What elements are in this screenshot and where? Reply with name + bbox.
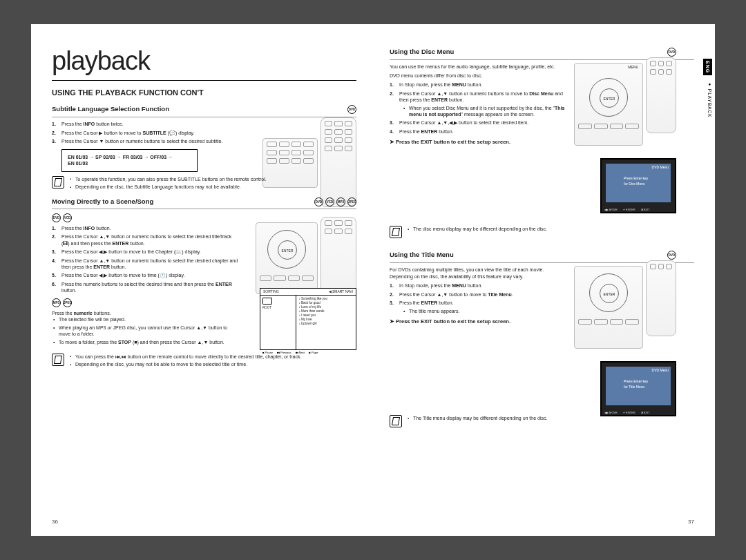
rule [52, 80, 356, 81]
page-number: 36 [52, 519, 58, 526]
note-icon [390, 415, 402, 427]
remote-illustration [646, 260, 676, 336]
bullet-item: To move a folder, press the STOP (■) and… [59, 339, 229, 345]
note-icon [52, 354, 64, 366]
file-pane: Something like youBack for goodLove of m… [296, 296, 356, 349]
enter-button-label: ENTER [600, 88, 619, 108]
sub-bullet: The title menu appears. [409, 308, 566, 314]
badge: DVD [314, 197, 323, 206]
sub-bullet: When you select Disc Menu and it is not … [409, 105, 566, 118]
badge-dvd: DVD [667, 251, 676, 260]
badge: MP3 [52, 298, 61, 307]
page-right: ENG ● PLAYBACK DVD Using the Disc Menu Y… [373, 24, 715, 536]
note-item: Depending on the disc, you may not be ab… [75, 361, 301, 367]
badge: VCD [63, 213, 72, 222]
remote-illustration [646, 57, 676, 133]
note-item: You can press the ⏮,⏭ button on the remo… [75, 354, 301, 360]
block-subtitle-function: DVD Subtitle Language Selection Function… [52, 105, 356, 191]
body-column: Press the INFO button.Press the Cursor ▲… [52, 225, 240, 294]
remote-illustration [321, 117, 356, 207]
panel-header-left: SORTING [263, 289, 279, 294]
thin-rule [52, 117, 356, 117]
badge-row: DVD VCD [52, 213, 356, 222]
step: Press the Cursor ▲,▼ button or numeric b… [61, 258, 240, 271]
subheading: Moving Directly to a Scene/Song [52, 197, 356, 206]
subheading: Using the Title Menu [390, 251, 694, 260]
note-icon [52, 176, 64, 189]
note-item: The Title menu display may be different … [413, 415, 547, 421]
media-badges: DVD [667, 251, 676, 260]
step: Press the ENTER button. [399, 128, 566, 135]
paragraph: You can use the menus for the audio lang… [390, 64, 566, 70]
exit-instruction: Press the EXIT button to exit the setup … [390, 139, 566, 146]
step: Press the numeric buttons to select the … [61, 281, 240, 294]
subheading: Using the Disc Menu [390, 48, 694, 57]
enter-button-label: ENTER [600, 284, 619, 303]
body-column: Press the INFO button twice. Press the C… [52, 121, 240, 171]
block-moving-scene: DVD VCD MP3 JPEG Moving Directly to a Sc… [52, 197, 356, 369]
step: Press the Cursor ▲,▼,◀,▶ button to selec… [399, 119, 566, 126]
step: Press the Cursor ◀,▶ button to move to t… [61, 272, 240, 278]
body-column: For DVDs containing multiple titles, you… [390, 267, 566, 325]
step: Press the INFO button twice. [61, 121, 240, 127]
footer-hint: ▶ Page [309, 351, 318, 354]
paragraph: DVD menu contents differ from disc to di… [390, 73, 566, 79]
subtitle-sequence-box: EN 01/03 SP 02/03 FR 03/03 OFF/03 EN 01/… [61, 149, 198, 172]
side-tab: ENG ● PLAYBACK [703, 59, 712, 120]
media-badges: DVD [347, 105, 356, 114]
remote-zoom-illustration [262, 138, 318, 188]
section-heading: USING THE PLAYBACK FUNCTION CON'T [52, 88, 356, 98]
chapter-title: playback [52, 44, 356, 79]
note-box: You can press the ⏮,⏭ button on the remo… [52, 354, 356, 369]
step: Press the ENTER button.The title menu ap… [399, 300, 566, 314]
folder-pane: ROOT [260, 296, 296, 349]
note-icon [390, 226, 402, 238]
remote-zoom-illustration: ENTER [256, 222, 318, 294]
block-title-menu: DVD Using the Title Menu For DVDs contai… [390, 251, 694, 430]
note-item: Depending on the disc, the Subtitle Lang… [75, 184, 267, 190]
page-left: playback USING THE PLAYBACK FUNCTION CON… [31, 24, 373, 536]
note-item: To operate this function, you can also p… [75, 176, 267, 182]
panel-header-right: ◀ SMART NAVI [329, 289, 353, 294]
step: Press the Cursor ▲,▼ button to move to T… [399, 291, 566, 298]
thin-rule [52, 209, 356, 209]
badge: JPEG [63, 298, 72, 307]
lang-tab: ENG [703, 59, 712, 75]
badge: VCD [325, 197, 334, 206]
step: Press the Cursor ▶ button to move to SUB… [61, 130, 240, 136]
step: Press the Cursor ◀,▶ button to move to t… [61, 249, 240, 255]
note-box: The disc menu display may be different d… [390, 226, 694, 238]
note-list: To operate this function, you can also p… [68, 176, 267, 192]
step: Press the INFO button. [61, 225, 240, 231]
page-number: 37 [688, 519, 694, 526]
step: In Stop mode, press the MENU button. [399, 282, 566, 289]
section-tab: ● PLAYBACK [703, 79, 712, 120]
note-list: You can press the ⏮,⏭ button on the remo… [68, 354, 301, 369]
paragraph: Press the numeric buttons. [52, 310, 229, 316]
manual-spread: playback USING THE PLAYBACK FUNCTION CON… [31, 24, 715, 536]
steps-list: In Stop mode, press the MENU button.Pres… [390, 81, 566, 135]
badge-dvd: DVD [667, 48, 676, 57]
badge: MP3 [336, 197, 345, 206]
body-column: You can use the menus for the audio lang… [390, 64, 566, 146]
steps-list: Press the INFO button.Press the Cursor ▲… [52, 225, 240, 294]
step: Press the Cursor ▲,▼ button or numeric b… [399, 90, 566, 118]
steps-list: Press the INFO button twice. Press the C… [52, 121, 240, 144]
paragraph: For DVDs containing multiple titles, you… [390, 267, 566, 280]
bullet-item: When playing an MP3 or JPEG disc, you ca… [59, 325, 229, 338]
subheading: Subtitle Language Selection Function [52, 105, 356, 114]
file-list-panel: SORTING ◀ SMART NAVI ROOT Something like… [260, 288, 356, 350]
note-list: The disc menu display may be different d… [406, 226, 547, 233]
step: Press the Cursor ▲,▼ button or numeric b… [61, 233, 240, 247]
badge: DVD [52, 213, 61, 222]
steps-list: In Stop mode, press the MENU button.Pres… [390, 282, 566, 314]
enter-button-label: ENTER [278, 240, 297, 260]
badge: JPEG [347, 197, 356, 206]
remote-zoom-illustration: ENTER [574, 266, 643, 349]
note-list: The Title menu display may be different … [406, 415, 547, 423]
step: Press the Cursor ▼ button or numeric but… [61, 138, 240, 144]
body-column: Press the numeric buttons. The selected … [52, 310, 229, 345]
tv-screen-illustration: DVD Menu Press Enter key for Title Menu … [600, 361, 676, 416]
bullet-list: The selected file will be played.When pl… [52, 316, 229, 345]
file-row: Uptown girl [298, 322, 354, 326]
